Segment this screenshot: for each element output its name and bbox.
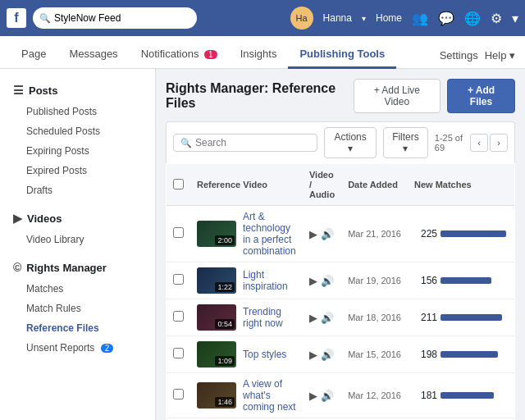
sidebar-item-expiring-posts[interactable]: Expiring Posts <box>0 141 155 161</box>
date-added: Mar 15, 2016 <box>348 349 401 359</box>
header-buttons: + Add Live Video + Add Files <box>354 79 515 113</box>
video-info: 0:54 Trending right now <box>197 304 296 331</box>
menu-icon[interactable]: ▾ <box>512 11 518 26</box>
video-title[interactable]: Top styles <box>243 349 286 360</box>
row-checkbox[interactable] <box>173 227 184 238</box>
sidebar-header-posts[interactable]: ☰ Posts <box>0 79 155 102</box>
video-title[interactable]: Light inspiration <box>243 269 296 292</box>
sidebar-header-rights-manager[interactable]: © Rights Manager <box>0 256 155 279</box>
match-bar-container: 181 <box>414 390 508 401</box>
user-name[interactable]: Hanna <box>323 12 352 24</box>
media-icons: ▶🔊 <box>309 349 335 361</box>
match-bar <box>441 392 494 399</box>
table-row: 1:09 Top styles ▶🔊Mar 15, 2016 198 <box>167 336 515 373</box>
video-info: 1:46 A view of what's coming next <box>197 378 296 413</box>
table-row: 0:54 Trending right now ▶🔊Mar 18, 2016 2… <box>167 299 515 336</box>
sidebar-item-scheduled-posts[interactable]: Scheduled Posts <box>0 121 155 141</box>
global-search[interactable]: 🔍 <box>33 7 197 29</box>
video-icon: ▶ <box>309 275 317 287</box>
video-duration: 1:22 <box>215 282 235 292</box>
toolbar-right: Filters ▾ 1-25 of 69 ‹ › <box>383 127 508 158</box>
home-link[interactable]: Home <box>376 12 402 24</box>
media-icons: ▶🔊 <box>309 228 335 240</box>
video-icon: ▶ <box>309 349 317 361</box>
match-count: 211 <box>414 312 437 323</box>
sidebar-section-videos: ▶ Videos Video Library <box>0 207 155 249</box>
chat-icon[interactable]: 💬 <box>438 11 454 26</box>
table-row: 1:22 Light inspiration ▶🔊Mar 19, 2016 15… <box>167 262 515 299</box>
sidebar-header-videos[interactable]: ▶ Videos <box>0 207 155 230</box>
next-page-button[interactable]: › <box>490 134 508 152</box>
tab-notifications[interactable]: Notifications 1 <box>130 41 229 69</box>
video-icon: ▶ <box>309 390 317 402</box>
pagination-buttons: ‹ › <box>470 134 508 152</box>
notifications-badge: 1 <box>204 50 217 59</box>
sidebar-item-published-posts[interactable]: Published Posts <box>0 102 155 121</box>
sidebar-item-unsent-reports[interactable]: Unsent Reports 2 <box>0 338 155 358</box>
filters-button[interactable]: Filters ▾ <box>383 127 428 158</box>
sidebar-item-drafts[interactable]: Drafts <box>0 180 155 200</box>
match-bar-container: 225 <box>414 228 508 240</box>
search-box[interactable]: 🔍 <box>173 134 317 152</box>
sidebar-item-expired-posts[interactable]: Expired Posts <box>0 161 155 180</box>
col-new-matches: New Matches <box>408 164 515 206</box>
match-bar <box>441 314 502 321</box>
search-input[interactable] <box>54 12 169 24</box>
help-nav-link[interactable]: Help ▾ <box>485 49 515 62</box>
row-checkbox[interactable] <box>173 389 184 399</box>
match-bar <box>441 277 491 284</box>
match-count: 156 <box>414 275 437 286</box>
sidebar-item-reference-files[interactable]: Reference Files <box>0 318 155 338</box>
settings-nav-link[interactable]: Settings <box>440 49 478 62</box>
date-added: Mar 18, 2016 <box>348 313 401 322</box>
search-icon: 🔍 <box>180 138 192 148</box>
tab-page[interactable]: Page <box>10 41 57 69</box>
row-checkbox[interactable] <box>173 311 184 322</box>
settings-icon[interactable]: ⚙ <box>491 11 502 26</box>
main-layout: ☰ Posts Published Posts Scheduled Posts … <box>0 69 525 420</box>
video-thumbnail: 0:54 <box>197 304 236 331</box>
reference-files-table: Reference Video Video / Audio Date Added… <box>166 163 515 420</box>
match-count: 198 <box>414 349 437 360</box>
match-bar <box>441 351 498 358</box>
pagination-info: 1-25 of 69 <box>435 133 463 153</box>
video-title[interactable]: A view of what's coming next <box>243 378 296 413</box>
select-all-checkbox[interactable] <box>173 179 184 189</box>
sidebar-item-video-library[interactable]: Video Library <box>0 230 155 249</box>
add-live-video-button[interactable]: + Add Live Video <box>354 79 441 113</box>
date-added: Mar 19, 2016 <box>348 276 401 285</box>
sidebar-posts-label: Posts <box>29 84 57 97</box>
video-thumbnail: 1:46 <box>197 382 236 409</box>
audio-icon: 🔊 <box>321 312 334 324</box>
match-bar-container: 211 <box>414 312 508 323</box>
col-video-audio: Video / Audio <box>303 164 341 206</box>
sidebar-item-match-rules[interactable]: Match Rules <box>0 299 155 318</box>
match-count: 225 <box>414 228 437 240</box>
sidebar-section-posts: ☰ Posts Published Posts Scheduled Posts … <box>0 79 155 200</box>
posts-icon: ☰ <box>13 84 24 97</box>
row-checkbox[interactable] <box>173 348 184 358</box>
nav-tabs: Page Messages Notifications 1 Insights P… <box>0 36 525 69</box>
video-title[interactable]: Trending right now <box>243 306 296 329</box>
topbar-right: Ha Hanna ▾ Home 👥 💬 🌐 ⚙ ▾ <box>290 7 518 30</box>
globe-icon[interactable]: 🌐 <box>464 11 481 26</box>
prev-page-button[interactable]: ‹ <box>470 134 488 152</box>
video-duration: 0:54 <box>215 319 235 329</box>
tab-messages[interactable]: Messages <box>57 41 129 69</box>
audio-icon: 🔊 <box>321 390 334 402</box>
match-bar-container: 198 <box>414 349 508 360</box>
date-added: Mar 12, 2016 <box>348 390 401 400</box>
friends-icon[interactable]: 👥 <box>412 11 428 26</box>
videos-icon: ▶ <box>13 212 22 225</box>
topbar: f 🔍 Ha Hanna ▾ Home 👥 💬 🌐 ⚙ ▾ <box>0 0 525 36</box>
sidebar-item-matches[interactable]: Matches <box>0 279 155 299</box>
search-input[interactable] <box>195 137 310 148</box>
media-icons: ▶🔊 <box>309 312 335 324</box>
content-area: Rights Manager: Reference Files + Add Li… <box>156 69 525 420</box>
row-checkbox[interactable] <box>173 274 184 285</box>
video-title[interactable]: Art & technology in a perfect combinatio… <box>243 211 296 257</box>
actions-button[interactable]: Actions ▾ <box>324 127 377 158</box>
tab-publishing-tools[interactable]: Publishing Tools <box>288 41 396 69</box>
tab-insights[interactable]: Insights <box>229 41 289 69</box>
add-files-button[interactable]: + Add Files <box>447 79 515 113</box>
